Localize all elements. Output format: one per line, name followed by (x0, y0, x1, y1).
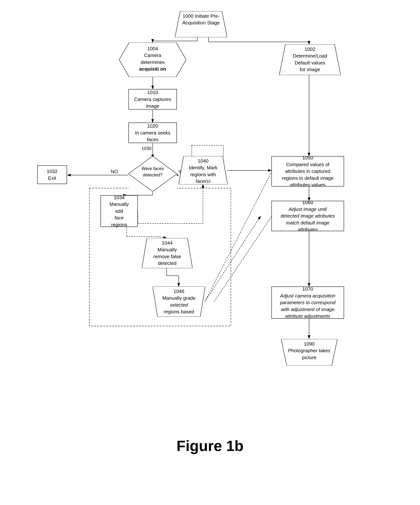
node-1070-label: 1070Adjust camera acquisitionparameters … (280, 286, 335, 320)
svg-line-19 (158, 237, 167, 238)
node-1044: 1044Manuallyremove falsedetectedregions (142, 238, 192, 268)
node-1034: 1034Manuallyaddfaceregions (100, 195, 138, 227)
node-1060: 1060Adjust image untildetected image att… (272, 201, 344, 231)
node-1046: 1046Manually gradeselectedregions basedo… (153, 286, 205, 317)
node-1090: 1090Photographer takespicture (281, 339, 337, 366)
node-1034-label: 1034Manuallyaddfaceregions (110, 194, 129, 228)
node-1002: 1002Determine/LoadDefault valuesfor imag… (279, 44, 341, 75)
node-1000-label: 1000 Initiate Pre- Acquisition Stage (182, 13, 220, 25)
svg-text:NO: NO (111, 169, 118, 174)
node-1032: 1032Exit (37, 165, 67, 184)
svg-line-27 (205, 216, 261, 302)
node-1010-label: 1010Camera capturesimage (134, 89, 171, 109)
node-1004: 1004Cameradeterminesacquisiti onparamete… (119, 43, 186, 77)
node-1050-label: 1050Compared values ofattributes in capt… (282, 154, 334, 188)
svg-line-35 (214, 216, 272, 302)
node-1032-label: 1032Exit (47, 168, 57, 182)
node-1000: 1000 Initiate Pre- Acquisition Stage (175, 11, 227, 37)
figure-label: Figure 1b (0, 437, 420, 454)
node-1030: Were facesdetected? (129, 156, 177, 191)
svg-line-34 (205, 171, 272, 302)
connectors-svg: YES NO 1030 (0, 0, 420, 466)
flowchart-diagram: YES NO 1030 1000 Initiate Pre- Acquisiti… (0, 0, 420, 466)
node-1010: 1010Camera capturesimage (129, 89, 177, 109)
node-1070: 1070Adjust camera acquisitionparameters … (272, 286, 344, 319)
node-1060-label: 1060Adjust image untildetected image att… (281, 199, 335, 233)
svg-text:1030: 1030 (142, 146, 151, 151)
node-1040: 1040Identify, Markregions withface(s) (179, 156, 228, 184)
node-1020: 1020In camera seeksfaces (129, 123, 177, 143)
node-1050: 1050Compared values ofattributes in capt… (272, 156, 344, 186)
node-1020-label: 1020In camera seeksfaces (135, 123, 171, 143)
